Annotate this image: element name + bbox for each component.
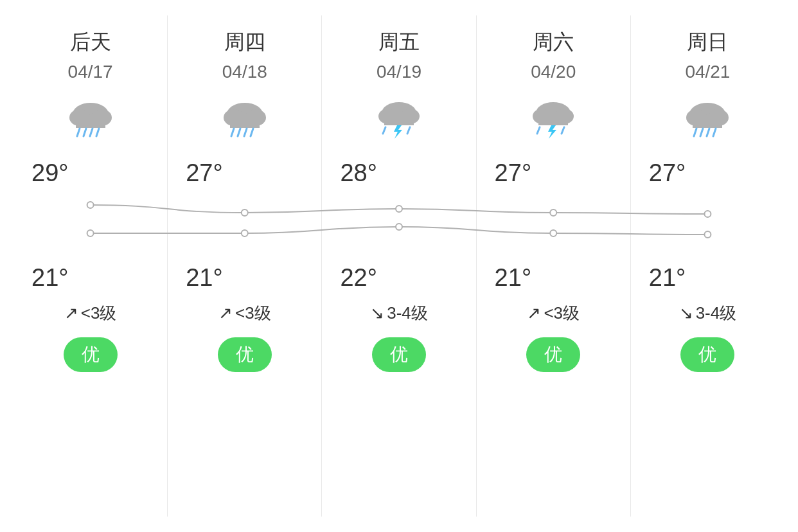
wind-dir-icon: ↗ [64,303,78,323]
svg-line-15 [251,129,253,136]
svg-rect-11 [230,119,260,128]
svg-marker-27 [548,125,556,139]
weather-icon [62,95,120,140]
svg-line-13 [238,129,240,136]
weather-forecast-grid: 后天 04/17 29° 21° ↗ <3级 优 周四 04/18 [13,15,785,517]
quality-badge: 优 [64,337,118,372]
svg-line-7 [96,129,99,136]
svg-line-4 [77,129,80,136]
svg-line-5 [84,129,86,136]
low-temp: 21° [477,264,531,292]
chart-area [631,187,785,264]
svg-line-35 [700,129,703,136]
chart-area [322,187,475,264]
date-label: 04/20 [531,62,576,82]
low-temp: 22° [322,264,377,292]
chart-area [168,187,321,264]
svg-line-22 [407,127,410,134]
high-temp: 27° [477,159,531,187]
svg-line-36 [707,129,709,136]
svg-rect-19 [384,118,414,125]
weather-icon [216,95,274,140]
low-temp: 21° [168,264,222,292]
svg-line-21 [383,127,386,134]
high-temp: 27° [168,159,222,187]
svg-marker-20 [394,125,402,139]
day-label: 周四 [224,28,265,57]
svg-line-37 [713,129,716,136]
chart-area [477,187,630,264]
svg-rect-26 [538,118,568,125]
day-label: 周六 [533,28,574,57]
low-temp: 21° [13,264,68,292]
wind-level: <3级 [81,302,117,324]
weather-col-1: 周四 04/18 27° 21° ↗ <3级 优 [168,15,322,517]
svg-rect-33 [693,119,722,128]
date-label: 04/17 [68,62,113,82]
wind-level: 3-4级 [696,302,737,324]
wind-dir-icon: ↘ [679,303,693,323]
wind-info: ↗ <3级 [64,302,117,324]
weather-col-4: 周日 04/21 27° 21° ↘ 3-4级 优 [631,15,785,517]
quality-badge: 优 [218,337,272,372]
chart-area [13,187,167,264]
svg-line-29 [562,127,564,134]
svg-line-6 [90,129,93,136]
high-temp: 29° [13,159,68,187]
wind-dir-icon: ↗ [218,303,233,323]
wind-level: <3级 [235,302,271,324]
wind-level: <3级 [544,302,580,324]
high-temp: 28° [322,159,377,187]
day-label: 周日 [687,28,728,57]
svg-line-12 [231,129,234,136]
svg-line-34 [694,129,696,136]
weather-col-0: 后天 04/17 29° 21° ↗ <3级 优 [13,15,168,517]
svg-line-28 [537,127,540,134]
weather-icon [524,95,582,140]
date-label: 04/18 [222,62,267,82]
wind-info: ↗ <3级 [218,302,271,324]
date-label: 04/19 [377,62,421,82]
weather-col-3: 周六 04/20 27° 21° ↗ <3级 优 [477,15,631,517]
day-label: 周五 [378,28,420,57]
weather-icon [678,95,736,140]
weather-icon [370,95,428,140]
wind-info: ↘ 3-4级 [370,302,428,324]
day-label: 后天 [70,28,111,57]
quality-badge: 优 [680,337,734,372]
wind-info: ↘ 3-4级 [679,302,737,324]
svg-rect-3 [76,119,105,128]
low-temp: 21° [631,264,686,292]
wind-info: ↗ <3级 [527,302,580,324]
weather-col-2: 周五 04/19 28° 22° ↘ 3-4级 优 [322,15,476,517]
wind-dir-icon: ↗ [527,303,541,323]
date-label: 04/21 [685,62,730,82]
wind-level: 3-4级 [387,302,428,324]
svg-line-14 [244,129,247,136]
quality-badge: 优 [372,337,426,372]
quality-badge: 优 [526,337,580,372]
wind-dir-icon: ↘ [370,303,384,323]
high-temp: 27° [631,159,686,187]
